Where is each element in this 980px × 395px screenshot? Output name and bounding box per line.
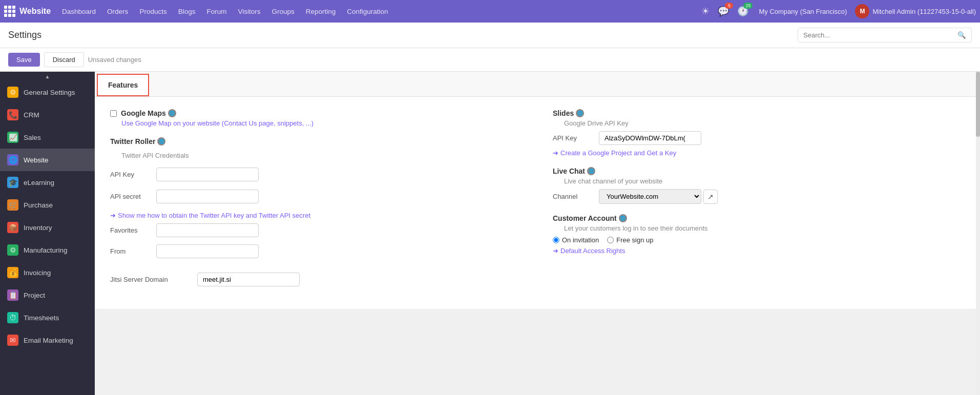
slides-subtitle: Google Drive API Key: [564, 119, 965, 127]
twitter-roller-header: Twitter Roller 🌐: [110, 137, 522, 145]
app-name: Website: [19, 7, 51, 16]
content-scrollbar-thumb: [976, 72, 980, 137]
sidebar-label-manufacturing: Manufacturing: [24, 246, 68, 254]
sidebar-label-general-settings: General Settings: [24, 89, 75, 96]
twitter-api-key-input[interactable]: [156, 168, 259, 181]
on-invitation-radio[interactable]: [553, 237, 559, 243]
messages-icon[interactable]: 💬 5: [716, 4, 731, 19]
user-name: Mitchell Admin (11227453-15-0-all): [872, 8, 976, 15]
twitter-help-link[interactable]: Show me how to obtain the Twitter API ke…: [110, 212, 522, 219]
main-layout: ▲ ⚙ General Settings 📞 CRM 📈 Sales 🌐 Web…: [0, 72, 980, 395]
jitsi-input[interactable]: [197, 273, 300, 286]
twitter-api-key-label: API Key: [110, 171, 151, 178]
twitter-roller-setting: Twitter Roller 🌐 Twitter API Credentials…: [110, 137, 522, 262]
sidebar-label-inventory: Inventory: [24, 224, 52, 232]
live-chat-channel-row: Channel YourWebsite.com ↗: [553, 189, 965, 204]
subheader: Settings 🔍: [0, 23, 980, 48]
twitter-from-label: From: [110, 247, 151, 255]
twitter-api-secret-row: API secret: [110, 190, 522, 203]
app-logo[interactable]: Website: [4, 6, 51, 17]
live-chat-channel-label: Channel: [553, 193, 594, 200]
channel-select[interactable]: YourWebsite.com: [599, 189, 701, 204]
live-chat-subtitle: Live chat channel of your website: [564, 177, 965, 185]
search-input[interactable]: [798, 28, 952, 42]
sidebar-label-email-marketing: Email Marketing: [24, 337, 73, 344]
search-button[interactable]: 🔍: [952, 28, 971, 42]
company-name[interactable]: My Company (San Francisco): [755, 8, 851, 15]
jitsi-setting: Jitsi Server Domain: [110, 273, 522, 286]
menu-visitors[interactable]: Visitors: [233, 6, 265, 17]
top-navigation: Website Dashboard Orders Products Blogs …: [0, 0, 980, 23]
email-marketing-icon: ✉: [7, 335, 18, 346]
sidebar-item-inventory[interactable]: 📦 Inventory: [0, 216, 95, 239]
invoicing-icon: 💰: [7, 267, 18, 278]
activity-badge: 25: [743, 3, 753, 9]
sidebar-item-elearning[interactable]: 🎓 eLearning: [0, 171, 95, 194]
twitter-favorites-label: Favorites: [110, 226, 151, 234]
sidebar-item-general-settings[interactable]: ⚙ General Settings: [0, 81, 95, 103]
menu-reporting[interactable]: Reporting: [301, 6, 341, 17]
sidebar-item-sales[interactable]: 📈 Sales: [0, 126, 95, 149]
twitter-roller-title: Twitter Roller 🌐: [110, 137, 165, 145]
menu-forum[interactable]: Forum: [201, 6, 232, 17]
live-chat-setting: Live Chat 🌐 Live chat channel of your we…: [553, 167, 965, 204]
twitter-from-input[interactable]: [156, 244, 259, 258]
slides-api-key-input[interactable]: [599, 131, 701, 145]
sidebar-scroll-up[interactable]: ▲: [0, 72, 95, 81]
crm-icon: 📞: [7, 109, 18, 120]
menu-blogs[interactable]: Blogs: [173, 6, 201, 17]
free-sign-up-radio[interactable]: [607, 237, 614, 243]
sidebar-label-sales: Sales: [24, 134, 41, 141]
twitter-favorites-input[interactable]: [156, 223, 259, 237]
free-sign-up-radio-label[interactable]: Free sign up: [607, 236, 653, 244]
sidebar-item-manufacturing[interactable]: ⚙ Manufacturing: [0, 239, 95, 261]
sidebar-item-email-marketing[interactable]: ✉ Email Marketing: [0, 329, 95, 351]
twitter-api-secret-label: API secret: [110, 193, 151, 200]
jitsi-label: Jitsi Server Domain: [110, 276, 192, 283]
menu-products[interactable]: Products: [134, 6, 172, 17]
twitter-from-row: From: [110, 244, 522, 258]
tab-features[interactable]: Features: [97, 74, 149, 96]
unsaved-label: Unsaved changes: [88, 56, 141, 64]
google-maps-checkbox[interactable]: [110, 110, 117, 117]
messages-badge: 5: [725, 3, 733, 9]
twitter-api-secret-input[interactable]: [156, 190, 259, 203]
sales-icon: 📈: [7, 132, 18, 143]
channel-external-link-button[interactable]: ↗: [703, 190, 718, 204]
google-maps-desc: Use Google Map on your website (Contact …: [121, 119, 522, 127]
settings-body: Google Maps 🌐 Use Google Map on your web…: [95, 97, 980, 309]
slides-header: Slides 🌐: [553, 109, 965, 117]
channel-select-wrapper: YourWebsite.com ↗: [599, 189, 718, 204]
discard-button[interactable]: Discard: [44, 52, 84, 67]
save-button[interactable]: Save: [8, 53, 40, 67]
user-menu[interactable]: M Mitchell Admin (11227453-15-0-all): [855, 4, 976, 18]
elearning-icon: 🎓: [7, 177, 18, 188]
content-scrollbar[interactable]: [976, 72, 980, 395]
settings-icon[interactable]: ☀: [699, 4, 712, 19]
slides-create-project-link[interactable]: Create a Google Project and Get a Key: [553, 149, 965, 157]
slides-api-key-row: API Key: [553, 131, 965, 145]
customer-account-globe-icon: 🌐: [619, 214, 627, 222]
menu-configuration[interactable]: Configuration: [342, 6, 393, 17]
manufacturing-icon: ⚙: [7, 244, 18, 256]
sidebar: ▲ ⚙ General Settings 📞 CRM 📈 Sales 🌐 Web…: [0, 72, 95, 395]
general-settings-icon: ⚙: [7, 87, 18, 98]
sidebar-item-website[interactable]: 🌐 Website: [0, 149, 95, 171]
activity-icon[interactable]: 🕐 25: [735, 4, 750, 19]
grid-icon: [4, 6, 15, 17]
default-access-rights-link[interactable]: Default Access Rights: [553, 247, 965, 255]
google-maps-globe-icon: 🌐: [168, 109, 176, 117]
live-chat-globe-icon: 🌐: [587, 167, 595, 175]
menu-orders[interactable]: Orders: [102, 6, 133, 17]
sidebar-item-invoicing[interactable]: 💰 Invoicing: [0, 261, 95, 284]
sidebar-item-timesheets[interactable]: ⏱ Timesheets: [0, 306, 95, 329]
project-icon: 📋: [7, 289, 18, 301]
sidebar-item-project[interactable]: 📋 Project: [0, 284, 95, 306]
menu-groups[interactable]: Groups: [266, 6, 299, 17]
menu-dashboard[interactable]: Dashboard: [57, 6, 101, 17]
jitsi-row: Jitsi Server Domain: [110, 273, 522, 286]
sidebar-item-crm[interactable]: 📞 CRM: [0, 103, 95, 126]
twitter-api-key-row: API Key: [110, 168, 522, 181]
on-invitation-radio-label[interactable]: On invitation: [553, 236, 599, 244]
sidebar-item-purchase[interactable]: 🛒 Purchase: [0, 194, 95, 216]
